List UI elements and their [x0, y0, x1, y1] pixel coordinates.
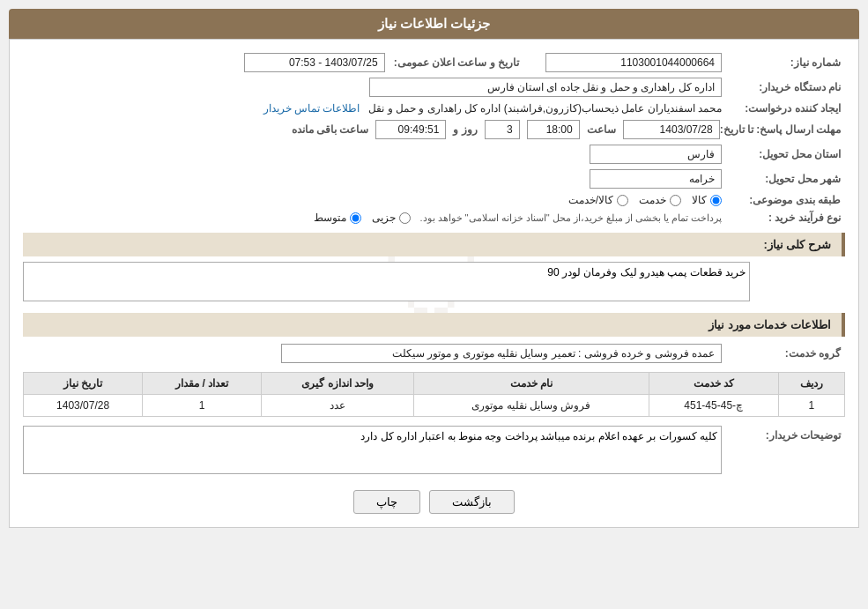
table-row: 1 چ-45-45-451 فروش وسایل نقلیه موتوری عد… [24, 395, 845, 417]
back-button[interactable]: بازگشت [429, 490, 515, 514]
response-date-row: مهلت ارسال پاسخ: تا تاریخ: 1403/07/28 سا… [23, 120, 845, 139]
need-number-label: شماره نیاز: [722, 56, 845, 69]
purchase-type-option-mottaset[interactable]: متوسط [314, 212, 361, 224]
print-button[interactable]: چاپ [353, 490, 420, 514]
cell-quantity: 1 [143, 395, 262, 417]
action-buttons-row: بازگشت چاپ [23, 490, 845, 514]
description-area [23, 262, 845, 304]
remaining-time-value: 09:49:51 [375, 120, 446, 139]
buyer-notes-row: توضیحات خریدار: [23, 426, 845, 477]
description-textarea[interactable] [23, 262, 750, 301]
content-area: شماره نیاز: 1103001044000664 تاریخ و ساع… [23, 53, 845, 514]
category-options-area: کالا/خدمت خدمت کالا [23, 194, 722, 206]
col-quantity: تعداد / مقدار [143, 373, 262, 395]
response-date-label: مهلت ارسال پاسخ: تا تاریخ: [720, 123, 845, 136]
buyer-org-row: نام دستگاه خریدار: اداره کل راهداری و حم… [23, 78, 845, 97]
need-number-input[interactable]: 1103001044000664 [545, 53, 722, 72]
purchase-type-label: نوع فرآیند خرید : [722, 212, 845, 224]
category-label-khedmat: خدمت [639, 194, 666, 206]
cell-date: 1403/07/28 [24, 395, 143, 417]
category-option-khedmat[interactable]: خدمت [639, 194, 681, 206]
creator-contact-link[interactable]: اطلاعات تماس خریدار [263, 102, 360, 115]
buyer-notes-value-area [23, 426, 722, 477]
table-header-row: ردیف کد خدمت نام خدمت واحد اندازه گیری ت… [24, 373, 845, 395]
purchase-type-radio-group: جزیی متوسط [314, 212, 411, 224]
buyer-org-value: اداره کل راهداری و حمل و نقل جاده ای است… [23, 78, 722, 97]
time-label: ساعت [587, 123, 616, 136]
buyer-notes-label: توضیحات خریدار: [722, 426, 845, 442]
remaining-label: ساعت باقی مانده [292, 123, 369, 136]
creator-value-area: محمد اسفندیاران عامل ذیحساب(کازرون,فراشب… [23, 102, 722, 115]
category-option-kala-khedmat[interactable]: کالا/خدمت [568, 194, 628, 206]
buyer-notes-textarea[interactable] [23, 426, 722, 474]
cell-unit: عدد [262, 395, 414, 417]
services-table-body: 1 چ-45-45-451 فروش وسایل نقلیه موتوری عد… [24, 395, 845, 417]
category-label: طبقه بندی موضوعی: [722, 194, 845, 206]
creator-row: ایجاد کننده درخواست: محمد اسفندیاران عام… [23, 102, 845, 115]
category-radio-kala[interactable] [710, 195, 722, 206]
purchase-type-radio-jozi[interactable] [399, 212, 411, 224]
service-group-row: گروه خدمت: عمده فروشی و خرده فروشی : تعم… [23, 344, 845, 363]
need-number-row: شماره نیاز: 1103001044000664 تاریخ و ساع… [23, 53, 845, 72]
cell-service-name: فروش وسایل نقلیه موتوری [414, 395, 649, 417]
announce-date-value: 1403/07/25 - 07:53 [244, 53, 385, 72]
announce-date-label: تاریخ و ساعت اعلان عمومی: [394, 56, 519, 69]
category-option-kala[interactable]: کالا [692, 194, 722, 206]
buyer-org-label: نام دستگاه خریدار: [722, 81, 845, 93]
creator-value: محمد اسفندیاران عامل ذیحساب(کازرون,فراشب… [368, 102, 722, 115]
buyer-org-input: اداره کل راهداری و حمل و نقل جاده ای است… [369, 78, 722, 97]
days-label: روز و [453, 123, 477, 136]
col-unit: واحد اندازه گیری [262, 373, 414, 395]
province-row: استان محل تحویل: فارس [23, 145, 845, 164]
city-row: شهر محل تحویل: خرامه [23, 169, 845, 189]
purchase-type-label-mottaset: متوسط [314, 212, 346, 224]
city-label: شهر محل تحویل: [722, 173, 845, 185]
services-table: ردیف کد خدمت نام خدمت واحد اندازه گیری ت… [23, 372, 845, 417]
cell-service-code: چ-45-45-451 [649, 395, 778, 417]
main-card: 🛡 شماره نیاز: 1103001044000664 تاریخ و س… [9, 39, 859, 528]
cell-row-num: 1 [778, 395, 844, 417]
province-label: استان محل تحویل: [722, 148, 845, 160]
category-radio-kala-khedmat[interactable] [617, 195, 628, 206]
page-header: جزئیات اطلاعات نیاز [9, 9, 859, 39]
province-value: فارس [590, 145, 722, 164]
category-row: طبقه بندی موضوعی: کالا/خدمت خدمت [23, 194, 845, 206]
col-service-code: کد خدمت [649, 373, 778, 395]
purchase-type-area: جزیی متوسط پرداخت تمام یا بخشی از مبلغ خ… [23, 212, 722, 224]
purchase-type-radio-mottaset[interactable] [350, 212, 361, 224]
page-wrapper: جزئیات اطلاعات نیاز 🛡 شماره نیاز: 110300… [0, 0, 868, 609]
province-value-area: فارس [23, 145, 722, 164]
response-date-area: 1403/07/28 ساعت 18:00 3 روز و 09:49:51 س… [23, 120, 720, 139]
service-group-value-area: عمده فروشی و خرده فروشی : تعمیر وسایل نق… [23, 344, 722, 363]
page-title: جزئیات اطلاعات نیاز [378, 16, 490, 31]
services-section-header: اطلاعات خدمات مورد نیاز [23, 313, 845, 337]
creator-label: ایجاد کننده درخواست: [722, 102, 845, 115]
category-label-kala: کالا [692, 194, 707, 206]
purchase-type-note: پرداخت تمام یا بخشی از مبلغ خرید،از محل … [419, 212, 722, 224]
description-section-header: شرح کلی نیاز: [23, 233, 845, 256]
service-group-value: عمده فروشی و خرده فروشی : تعمیر وسایل نق… [281, 344, 722, 363]
response-time-value: 18:00 [527, 120, 580, 139]
response-date-value: 1403/07/28 [623, 120, 720, 139]
city-value-area: خرامه [23, 169, 722, 189]
col-row-num: ردیف [778, 373, 844, 395]
purchase-type-label-jozi: جزیی [372, 212, 396, 224]
category-label-kala-khedmat: کالا/خدمت [568, 194, 613, 206]
city-value: خرامه [590, 169, 722, 189]
purchase-type-option-jozi[interactable]: جزیی [372, 212, 411, 224]
category-radio-khedmat[interactable] [670, 195, 681, 206]
need-number-value: 1103001044000664 تاریخ و ساعت اعلان عموم… [23, 53, 722, 72]
response-days-value: 3 [485, 120, 520, 139]
service-group-label: گروه خدمت: [722, 347, 845, 360]
services-table-head: ردیف کد خدمت نام خدمت واحد اندازه گیری ت… [24, 373, 845, 395]
col-service-name: نام خدمت [414, 373, 649, 395]
category-radio-group: کالا/خدمت خدمت کالا [23, 194, 722, 206]
col-date: تاریخ نیاز [24, 373, 143, 395]
purchase-type-row: نوع فرآیند خرید : جزیی متوسط [23, 212, 845, 224]
